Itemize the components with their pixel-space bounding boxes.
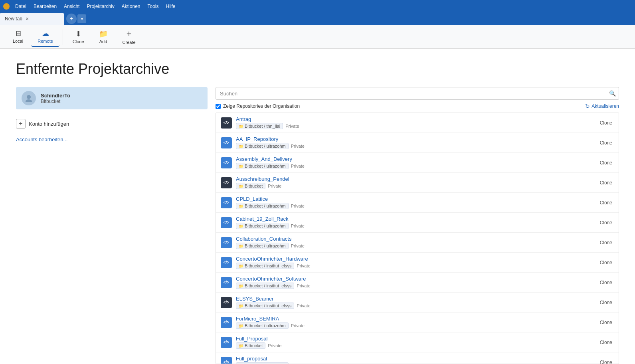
menu-bearbeiten[interactable]: Bearbeiten bbox=[30, 2, 60, 11]
toolbar-add[interactable]: 📁 Add bbox=[92, 27, 115, 46]
toolbar-local-label: Local bbox=[13, 39, 23, 44]
toolbar-remote[interactable]: ☁ Remote bbox=[31, 27, 59, 47]
repo-path: 📁Bitbucket / ultrazohm bbox=[236, 322, 289, 329]
repo-type-icon: </> bbox=[221, 297, 232, 308]
repo-name[interactable]: ForMicro_SEMIRA bbox=[236, 316, 594, 322]
clone-button[interactable]: Clone bbox=[598, 359, 614, 364]
app-icon bbox=[3, 3, 10, 10]
menu-hilfe[interactable]: Hilfe bbox=[163, 2, 179, 11]
tab-close-button[interactable]: × bbox=[26, 16, 29, 22]
repo-privacy: Private bbox=[268, 343, 281, 348]
list-item: </> Full_proposal 📁Bitbucket / ultrazohm… bbox=[216, 352, 619, 364]
tab-new[interactable]: New tab × bbox=[0, 13, 64, 25]
repo-meta: 📁Bitbucket / ultrazohm Private bbox=[236, 322, 594, 329]
clone-button[interactable]: Clone bbox=[598, 339, 614, 346]
toolbar-local[interactable]: 🖥 Local bbox=[6, 27, 30, 46]
svg-point-0 bbox=[27, 95, 31, 99]
repo-type-icon: </> bbox=[221, 137, 232, 148]
list-item: </> CPLD_Lattice 📁Bitbucket / ultrazohm … bbox=[216, 193, 619, 213]
new-tab-button[interactable]: + bbox=[66, 14, 77, 24]
repo-name[interactable]: Cabinet_19_Zoll_Rack bbox=[236, 216, 594, 222]
list-item: </> ConcertoOhmrichter_Software 📁Bitbuck… bbox=[216, 273, 619, 293]
repo-name[interactable]: Full_Proposal bbox=[236, 336, 594, 342]
org-filter-checkbox[interactable] bbox=[216, 104, 221, 109]
repo-name[interactable]: Full_proposal bbox=[236, 356, 594, 362]
list-item: </> Assembly_And_Delivery 📁Bitbucket / u… bbox=[216, 153, 619, 173]
avatar bbox=[22, 91, 36, 105]
repo-name[interactable]: Antrag bbox=[236, 116, 594, 122]
clone-button[interactable]: Clone bbox=[598, 199, 614, 206]
menu-aktionen[interactable]: Aktionen bbox=[119, 2, 144, 11]
clone-button[interactable]: Clone bbox=[598, 259, 614, 266]
clone-button[interactable]: Clone bbox=[598, 279, 614, 286]
repo-type-icon: </> bbox=[221, 157, 232, 168]
clone-button[interactable]: Clone bbox=[598, 119, 614, 127]
refresh-icon: ↻ bbox=[585, 103, 590, 109]
repo-info: Ausschreibung_Pendel 📁Bitbucket Private bbox=[236, 176, 594, 189]
repo-info: ELSYS_Beamer 📁Bitbucket / institut_elsys… bbox=[236, 296, 594, 309]
repo-name[interactable]: AA_IP_Repository bbox=[236, 136, 594, 142]
clone-button[interactable]: Clone bbox=[598, 159, 614, 166]
folder-icon: 📁 bbox=[239, 284, 243, 288]
menu-projektarchiv[interactable]: Projektarchiv bbox=[83, 2, 117, 11]
repo-info: Assembly_And_Delivery 📁Bitbucket / ultra… bbox=[236, 156, 594, 169]
tab-dropdown-button[interactable]: ▾ bbox=[77, 14, 86, 23]
repo-privacy: Private bbox=[291, 164, 305, 168]
folder-icon: 📁 bbox=[239, 224, 243, 228]
page-title: Entfernte Projektarchive bbox=[16, 61, 619, 77]
repo-meta: 📁Bitbucket / ultrazohm Private bbox=[236, 143, 594, 149]
clone-button[interactable]: Clone bbox=[598, 319, 614, 326]
repo-path: 📁Bitbucket / ultrazohm bbox=[236, 362, 289, 364]
repo-meta: 📁Bitbucket / ultrazohm Private bbox=[236, 163, 594, 169]
toolbar: 🖥 Local ☁ Remote ⬇ Clone 📁 Add + Create bbox=[0, 25, 635, 49]
toolbar-create[interactable]: + Create bbox=[116, 26, 142, 47]
repo-name[interactable]: ELSYS_Beamer bbox=[236, 296, 594, 302]
clone-button[interactable]: Clone bbox=[598, 219, 614, 226]
account-name: SchindlerTo bbox=[41, 93, 70, 99]
repo-name[interactable]: ConcertoOhmrichter_Software bbox=[236, 276, 594, 282]
folder-icon: 📁 bbox=[239, 244, 243, 248]
create-icon: + bbox=[127, 29, 132, 39]
repo-name[interactable]: Assembly_And_Delivery bbox=[236, 156, 594, 162]
list-item: </> Cabinet_19_Zoll_Rack 📁Bitbucket / ul… bbox=[216, 213, 619, 233]
menu-tools[interactable]: Tools bbox=[144, 2, 162, 11]
repo-meta: 📁Bitbucket / institut_elsys Private bbox=[236, 263, 594, 269]
tab-label: New tab bbox=[5, 16, 22, 22]
local-icon: 🖥 bbox=[14, 30, 22, 38]
repo-privacy: Private bbox=[297, 303, 310, 308]
clone-button[interactable]: Clone bbox=[598, 139, 614, 146]
add-account-button[interactable]: + Konto hinzufügen bbox=[16, 116, 208, 132]
repo-type-icon: </> bbox=[221, 177, 232, 188]
repo-meta: 📁Bitbucket / ultrazohm Private bbox=[236, 223, 594, 229]
left-panel: SchindlerTo Bitbucket + Konto hinzufügen… bbox=[16, 87, 208, 364]
toolbar-clone[interactable]: ⬇ Clone bbox=[66, 27, 91, 46]
edit-accounts-link[interactable]: Accounts bearbeiten... bbox=[16, 136, 67, 142]
search-input[interactable] bbox=[216, 87, 619, 100]
account-item[interactable]: SchindlerTo Bitbucket bbox=[16, 87, 208, 109]
repo-name[interactable]: ConcertoOhmrichter_Hardware bbox=[236, 256, 594, 262]
menu-datei[interactable]: Datei bbox=[12, 2, 30, 11]
repo-info: CPLD_Lattice 📁Bitbucket / ultrazohm Priv… bbox=[236, 196, 594, 209]
repo-name[interactable]: CPLD_Lattice bbox=[236, 196, 594, 202]
clone-button[interactable]: Clone bbox=[598, 239, 614, 246]
repo-name[interactable]: Collaboration_Contracts bbox=[236, 236, 594, 242]
repo-info: Antrag 📁Bitbucket / thn_llal Private bbox=[236, 116, 594, 129]
refresh-button[interactable]: ↻ Aktualisieren bbox=[585, 103, 619, 109]
filter-left: Zeige Repositories der Organisation bbox=[216, 103, 300, 109]
refresh-label: Aktualisieren bbox=[591, 103, 619, 109]
repo-privacy: Private bbox=[291, 243, 305, 248]
tab-bar: New tab × + ▾ bbox=[0, 13, 635, 25]
repo-name[interactable]: Ausschreibung_Pendel bbox=[236, 176, 594, 182]
folder-icon: 📁 bbox=[239, 304, 243, 308]
repo-meta: 📁Bitbucket Private bbox=[236, 342, 594, 349]
repo-path: 📁Bitbucket / ultrazohm bbox=[236, 223, 289, 229]
repo-path: 📁Bitbucket / ultrazohm bbox=[236, 143, 289, 149]
repo-privacy: Private bbox=[291, 323, 305, 328]
repo-info: AA_IP_Repository 📁Bitbucket / ultrazohm … bbox=[236, 136, 594, 149]
repo-info: ConcertoOhmrichter_Hardware 📁Bitbucket /… bbox=[236, 256, 594, 269]
clone-button[interactable]: Clone bbox=[598, 179, 614, 186]
clone-button[interactable]: Clone bbox=[598, 299, 614, 306]
svg-point-1 bbox=[26, 99, 32, 102]
menu-ansicht[interactable]: Ansicht bbox=[61, 2, 83, 11]
repo-path: 📁Bitbucket bbox=[236, 342, 265, 349]
